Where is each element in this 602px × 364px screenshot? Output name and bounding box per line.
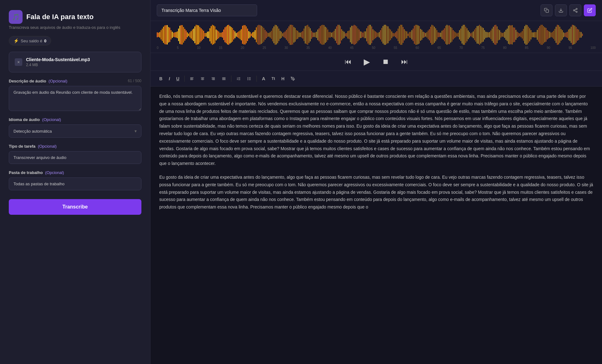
play-button[interactable]: ▶: [361, 56, 372, 67]
folder-optional: (Opcional): [45, 170, 64, 175]
divider-2: [231, 76, 231, 82]
lightning-icon: ⚡: [13, 38, 19, 43]
editor-text: Então, nós temos uma marca de moda suste…: [159, 93, 593, 211]
file-title-input[interactable]: [157, 4, 257, 16]
language-label: Idioma de áudio (Opcional): [9, 117, 141, 122]
file-size: 2.4 MB: [26, 63, 135, 67]
align-center-button[interactable]: [198, 75, 207, 83]
forward-button[interactable]: ⏭: [399, 56, 410, 67]
folder-select[interactable]: Todas as pastas de trabalho: [9, 177, 141, 190]
svg-line-5: [575, 11, 576, 12]
heading-button[interactable]: H: [279, 74, 287, 83]
playback-controls: ⏮ ▶ ⏹ ⏭: [150, 53, 602, 71]
chevron-down-icon: ▾: [135, 129, 137, 134]
task-label: Tipo de tarefa (Opcional): [9, 144, 141, 149]
file-info: Cliente-Moda-Sustentável.mp3 2.4 MB: [26, 57, 135, 67]
svg-rect-0: [546, 10, 549, 13]
align-right-button[interactable]: [209, 75, 218, 83]
folder-field: Pasta de trabalho (Opcional) Todas as pa…: [9, 170, 141, 190]
font-button[interactable]: A: [259, 74, 268, 83]
svg-point-4: [576, 11, 577, 13]
editor-container[interactable]: Então, nós temos uma marca de moda suste…: [150, 87, 602, 364]
description-textarea[interactable]: Gravação em áudio da Reunião com cliente…: [9, 86, 141, 111]
language-optional: (Opcional): [42, 117, 61, 122]
balance-label: Seu saldo é: [21, 39, 42, 43]
description-field: Descrição de áudio (Opcional) 61 / 500 G…: [9, 79, 141, 111]
rewind-button[interactable]: ⏮: [342, 56, 354, 67]
app-icon: 🎵: [9, 10, 23, 24]
language-field: Idioma de áudio (Opcional) Detecção auto…: [9, 117, 141, 138]
svg-point-29: [248, 77, 248, 77]
align-left-button[interactable]: [187, 75, 197, 83]
top-bar: [150, 0, 602, 21]
ordered-list-button[interactable]: [234, 75, 243, 83]
folder-value: Todas as pastas de trabalho: [13, 182, 65, 186]
folder-label: Pasta de trabalho (Opcional): [9, 170, 141, 175]
svg-point-32: [293, 78, 293, 79]
file-upload-area: × Cliente-Moda-Sustentável.mp3 2.4 MB: [9, 52, 141, 72]
file-name: Cliente-Moda-Sustentável.mp3: [26, 57, 135, 62]
bold-button[interactable]: B: [157, 74, 165, 83]
svg-line-6: [575, 9, 576, 10]
left-panel: 🎵 Fala de IA para texto Transcreva seus …: [0, 0, 150, 364]
toolbar-icons: [541, 4, 596, 16]
description-optional: (Opcional): [49, 79, 67, 83]
task-optional: (Opcional): [38, 144, 57, 149]
app-title: Fala de IA para texto: [26, 13, 93, 21]
stop-button[interactable]: ⏹: [380, 56, 391, 67]
divider-1: [184, 76, 185, 82]
file-remove-button[interactable]: ×: [15, 58, 22, 66]
font-size-button[interactable]: Tt: [269, 75, 277, 83]
app-header: 🎵 Fala de IA para texto: [9, 10, 141, 24]
svg-point-31: [248, 79, 248, 80]
task-value: Transcrever arquivo de áudio: [13, 155, 66, 160]
description-label: Descrição de áudio (Opcional) 61 / 500: [9, 79, 141, 83]
right-panel: 0510152025303540455055606570758085909510…: [150, 0, 602, 364]
svg-point-30: [248, 78, 248, 79]
language-select[interactable]: Detecção automática ▾: [9, 124, 141, 138]
description-counter: 61 / 500: [128, 79, 141, 83]
share-button[interactable]: [569, 4, 581, 16]
unordered-list-button[interactable]: [245, 75, 254, 83]
format-toolbar: B I U: [150, 71, 602, 87]
svg-point-3: [573, 10, 575, 11]
task-select[interactable]: Transcrever arquivo de áudio: [9, 151, 141, 164]
transcribe-button[interactable]: Transcribe: [9, 199, 141, 215]
copy-button[interactable]: [541, 4, 552, 16]
language-value: Detecção automática: [13, 129, 52, 134]
balance-badge: ⚡ Seu saldo é 0: [9, 36, 51, 45]
highlight-button[interactable]: [288, 75, 298, 83]
waveform-container: 0510152025303540455055606570758085909510…: [150, 21, 602, 53]
underline-button[interactable]: U: [174, 74, 182, 83]
divider-3: [256, 76, 257, 82]
balance-value: 0: [44, 39, 46, 43]
download-button[interactable]: [555, 4, 567, 16]
edit-button[interactable]: [584, 4, 596, 16]
svg-point-2: [576, 8, 577, 9]
italic-button[interactable]: I: [166, 74, 172, 83]
time-ruler: 0510152025303540455055606570758085909510…: [157, 45, 596, 51]
waveform[interactable]: [157, 25, 596, 45]
task-field: Tipo de tarefa (Opcional) Transcrever ar…: [9, 144, 141, 164]
app-subtitle: Transcreva seus arquivos de áudio e trad…: [9, 25, 141, 30]
align-justify-button[interactable]: [219, 75, 229, 83]
